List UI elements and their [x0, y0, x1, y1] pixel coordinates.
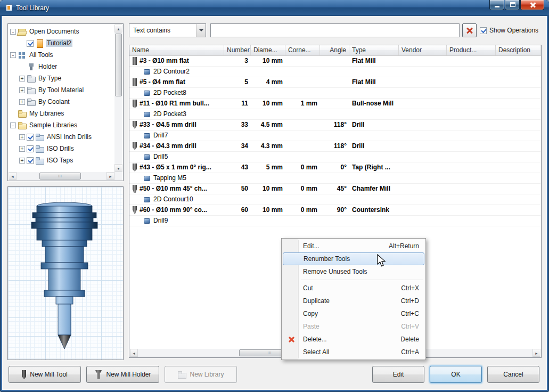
- operation-row[interactable]: Drill5: [129, 152, 541, 162]
- tree-hscroll-thumb[interactable]: |||: [39, 173, 81, 179]
- menu-item-edit[interactable]: Edit...Alt+Return: [283, 240, 424, 252]
- tree-item-ansi-inch-drills[interactable]: +ANSI Inch Drills: [9, 131, 114, 143]
- expanded-expander-icon[interactable]: -: [10, 123, 16, 128]
- filter-search-input[interactable]: [210, 23, 460, 37]
- operation-row[interactable]: Tapping M5: [129, 173, 541, 184]
- operation-row[interactable]: 2D Contour10: [129, 194, 541, 205]
- tree-item-holder[interactable]: Holder: [9, 61, 114, 72]
- collapsed-expander-icon[interactable]: +: [19, 99, 25, 105]
- library-tree: -Open DocumentsTutorial2-All ToolsHolder…: [9, 24, 114, 172]
- tree-item-checkbox[interactable]: [27, 40, 34, 47]
- tool-number-cell: 60: [224, 205, 251, 215]
- operation-row[interactable]: Drill9: [129, 216, 541, 226]
- column-header-diame[interactable]: Diame...: [251, 45, 285, 55]
- tool-row[interactable]: #50 - Ø10 mm 45° ch...5010 mm0 mm45°Cham…: [129, 184, 541, 194]
- menu-item-shortcut: Ctrl+C: [401, 310, 419, 317]
- minimize-button[interactable]: [489, 0, 504, 10]
- tree-horizontal-scrollbar[interactable]: ◄ ||| ►: [9, 172, 114, 180]
- tool-row[interactable]: #3 - Ø10 mm flat310 mmFlat Mill: [129, 56, 541, 67]
- column-header-vendor[interactable]: Vendor: [399, 45, 447, 55]
- tool-row[interactable]: #5 - Ø4 mm flat54 mmFlat Mill: [129, 77, 541, 88]
- tool-name: #11 - Ø10 R1 mm bull...: [140, 99, 209, 109]
- tree-item-sample-libraries[interactable]: -Sample Libraries: [9, 119, 114, 131]
- collapsed-expander-icon[interactable]: +: [19, 76, 25, 81]
- operation-name: Drill7: [153, 130, 168, 141]
- tool-row[interactable]: #33 - Ø4.5 mm drill334.5 mm118°Drill: [129, 120, 541, 130]
- tool-name-cell: #33 - Ø4.5 mm drill: [129, 120, 224, 130]
- tool-row[interactable]: #11 - Ø10 R1 mm bull...1110 mm1 mmBull-n…: [129, 99, 541, 109]
- column-header-angle[interactable]: Angle: [320, 45, 349, 55]
- tree-item-iso-taps[interactable]: +ISO Taps: [9, 154, 114, 166]
- expanded-expander-icon[interactable]: -: [10, 52, 16, 58]
- scroll-right-icon[interactable]: ►: [532, 349, 540, 357]
- maximize-button[interactable]: [505, 0, 520, 10]
- titlebar[interactable]: Tool Library: [0, 0, 549, 16]
- operation-row[interactable]: 2D Pocket3: [129, 109, 541, 120]
- tool-library-dialog: Tool Library -Open DocumentsTutorial2-Al…: [0, 0, 549, 392]
- scroll-left-icon[interactable]: ◄: [9, 172, 17, 180]
- menu-item-duplicate[interactable]: DuplicateCtrl+D: [283, 295, 424, 307]
- collapsed-expander-icon[interactable]: +: [19, 158, 25, 164]
- scroll-left-icon[interactable]: ◄: [130, 349, 138, 357]
- tool-type-cell: Flat Mill: [349, 56, 399, 66]
- scroll-right-icon[interactable]: ►: [106, 172, 114, 180]
- column-header-number[interactable]: Number: [224, 45, 251, 55]
- column-header-description[interactable]: Description: [496, 45, 541, 55]
- tree-item-all-tools[interactable]: -All Tools: [9, 49, 114, 61]
- tool-name-cell: #60 - Ø10 mm 90° co...: [129, 205, 224, 215]
- tool-row[interactable]: #60 - Ø10 mm 90° co...6010 mm0 mm90°Coun…: [129, 205, 541, 216]
- scroll-down-icon[interactable]: ▼: [114, 164, 122, 172]
- tree-item-by-type[interactable]: +By Type: [9, 72, 114, 84]
- clear-filter-button[interactable]: [462, 23, 477, 37]
- tree-item-tutorial2[interactable]: Tutorial2: [9, 37, 114, 49]
- tool-type-cell: Drill: [349, 141, 399, 151]
- menu-item-copy[interactable]: CopyCtrl+C: [283, 307, 424, 320]
- tool-row[interactable]: #34 - Ø4.3 mm drill344.3 mm118°Drill: [129, 141, 541, 152]
- tree-item-by-coolant[interactable]: +By Coolant: [9, 96, 114, 108]
- tool-number-cell: 34: [224, 141, 251, 151]
- edit-button[interactable]: Edit: [372, 366, 424, 383]
- tree-vscroll-thumb[interactable]: [115, 34, 122, 96]
- menu-item-renumber-tools[interactable]: Renumber Tools: [283, 252, 424, 265]
- menu-item-select-all[interactable]: Select AllCtrl+A: [283, 346, 424, 358]
- tree-item-label: By Tool Material: [37, 86, 85, 94]
- menu-item-delete[interactable]: Delete...Delete: [283, 333, 424, 346]
- operation-row[interactable]: Drill7: [129, 130, 541, 141]
- show-operations-toggle[interactable]: Show Operations: [480, 27, 538, 34]
- menu-item-cut[interactable]: CutCtrl+X: [283, 282, 424, 295]
- tree-item-my-libraries[interactable]: My Libraries: [9, 108, 114, 119]
- column-header-name[interactable]: Name: [129, 45, 224, 55]
- cancel-button[interactable]: Cancel: [487, 366, 539, 383]
- dropdown-arrow-icon[interactable]: [196, 24, 206, 37]
- column-header-type[interactable]: Type: [349, 45, 399, 55]
- all-tools-icon: [18, 51, 27, 59]
- menu-item-remove-unused-tools[interactable]: Remove Unused Tools: [283, 265, 424, 278]
- collapsed-expander-icon[interactable]: +: [19, 134, 25, 140]
- collapsed-expander-icon[interactable]: +: [19, 87, 25, 93]
- ok-button[interactable]: OK: [430, 366, 482, 383]
- show-operations-checkbox[interactable]: [480, 27, 487, 34]
- menu-item-label: Edit...: [303, 242, 389, 250]
- new-mill-tool-button[interactable]: New Mill Tool: [9, 366, 81, 383]
- operation-row[interactable]: 2D Pocket8: [129, 88, 541, 99]
- tree-item-iso-drills[interactable]: +ISO Drills: [9, 143, 114, 154]
- expanded-expander-icon[interactable]: -: [10, 29, 16, 35]
- tree-item-checkbox[interactable]: [27, 145, 34, 152]
- column-header-corne[interactable]: Corne...: [285, 45, 320, 55]
- operation-row[interactable]: 2D Contour2: [129, 67, 541, 77]
- tree-item-checkbox[interactable]: [27, 134, 34, 141]
- tree-item-label: Tutorial2: [46, 39, 72, 47]
- tree-vertical-scrollbar[interactable]: ▲ ▼: [114, 24, 122, 172]
- tree-item-open-documents[interactable]: -Open Documents: [9, 26, 114, 37]
- tree-item-checkbox[interactable]: [27, 157, 34, 164]
- tool-row[interactable]: #43 - Ø5 x 1 mm 0° rig...435 mm0 mm0°Tap…: [129, 162, 541, 173]
- tree-item-label: ISO Taps: [46, 157, 74, 164]
- filter-mode-dropdown[interactable]: Text contains: [129, 23, 206, 37]
- tree-item-by-tool-material[interactable]: +By Tool Material: [9, 84, 114, 96]
- collapsed-expander-icon[interactable]: +: [19, 146, 25, 152]
- close-button[interactable]: [520, 0, 544, 10]
- column-header-product[interactable]: Product...: [447, 45, 496, 55]
- window-title: Tool Library: [16, 4, 49, 12]
- scroll-up-icon[interactable]: ▲: [114, 24, 122, 32]
- new-mill-holder-button[interactable]: New Mill Holder: [86, 366, 159, 383]
